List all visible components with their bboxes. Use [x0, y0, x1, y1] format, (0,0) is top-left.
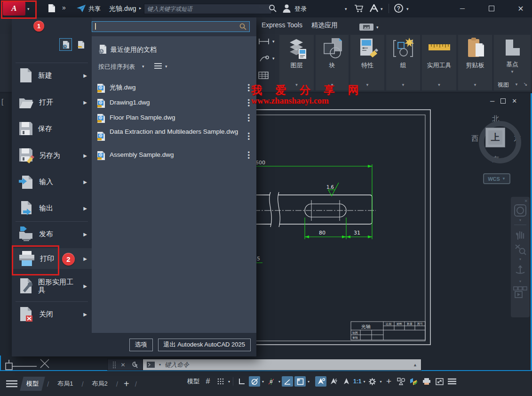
tab-model[interactable]: 模型 [20, 377, 45, 391]
recent-documents-toggle[interactable] [59, 38, 72, 51]
ortho-mode-icon[interactable] [236, 376, 247, 387]
menu-item-new[interactable]: 新建▶ [12, 65, 92, 86]
menu-item-export[interactable]: 输出▶ [12, 198, 92, 218]
plot-printer-icon[interactable] [421, 376, 432, 387]
isolate-objects-icon[interactable] [396, 376, 407, 387]
viewcube[interactable]: 北 西 东 南 上 [472, 115, 521, 166]
tab-featured-apps[interactable]: 精选应用 [311, 21, 338, 30]
panel-expand-icon[interactable]: ▼ [458, 83, 492, 87]
customize-wrench-icon[interactable] [130, 361, 138, 369]
polar-tracking-icon[interactable] [282, 376, 293, 387]
snap-caret-icon[interactable]: ▾ [228, 380, 230, 384]
help-caret-icon[interactable]: ▾ [406, 7, 409, 11]
command-caret-icon[interactable]: ▾ [159, 363, 161, 367]
qat-expand-icon[interactable]: » [62, 4, 66, 11]
share-icon[interactable] [76, 4, 86, 13]
list-view-icon[interactable] [154, 63, 162, 69]
menu-item-drawing-utilities[interactable]: 图形实用工具▶ [12, 274, 92, 298]
sort-caret-icon[interactable]: ▾ [142, 65, 144, 69]
panel-block[interactable]: 块 ▼ [316, 35, 349, 90]
exit-button[interactable]: 退出 Autodesk AutoCAD 2025 [158, 339, 251, 351]
view-panel-label[interactable]: 视图 [498, 81, 509, 89]
view-caret-icon[interactable]: ▼ [515, 82, 518, 87]
panel-properties[interactable]: 特性 ▼ [350, 35, 384, 90]
command-input[interactable]: ▾ 键入命令 ▲ [143, 359, 421, 371]
navigation-wheel-icon[interactable] [514, 204, 526, 217]
menu-item-save[interactable]: 保存 [12, 118, 92, 139]
menu-item-import[interactable]: 输入▶ [12, 171, 92, 192]
menu-item-open[interactable]: 打开▶ [12, 92, 92, 113]
list-view-caret-icon[interactable]: ▾ [165, 65, 167, 69]
autodesk-logo-icon[interactable] [369, 4, 379, 12]
isodraft-caret-icon[interactable]: ▾ [262, 380, 264, 384]
command-grip[interactable]: ✕ [107, 359, 143, 371]
model-space-toggle[interactable]: 模型 [187, 377, 199, 386]
graphics-performance-icon[interactable] [408, 376, 420, 387]
autodesk-caret-icon[interactable]: ▾ [381, 7, 383, 11]
search-icon[interactable] [269, 4, 277, 13]
menu-item-publish[interactable]: 发布▶ [12, 224, 92, 244]
panel-utilities[interactable]: 实用工具 ▼ [422, 35, 456, 90]
workspace-gear-icon[interactable] [366, 376, 378, 387]
maximize-button[interactable] [484, 3, 500, 14]
wcs-dropdown[interactable]: WCS▼ [483, 173, 510, 184]
navbar-close-icon[interactable]: ✕ [524, 199, 528, 203]
sign-in-label[interactable]: 登录 [294, 5, 307, 13]
panel-launcher-icon[interactable]: ↘ [523, 81, 527, 87]
recent-file-floor-plan[interactable]: Floor Plan Sample.dwg ••• [96, 113, 252, 123]
tab-layout1[interactable]: 布局1 [53, 377, 78, 391]
osnap-caret-icon[interactable]: ▾ [278, 380, 280, 384]
pan-icon[interactable] [514, 228, 526, 240]
panel-view[interactable]: 基点 ▼ 视图 ▼ ↘ [494, 35, 531, 90]
user-icon[interactable] [282, 4, 291, 13]
panel-expand-icon[interactable]: ▼ [386, 83, 420, 87]
command-history-caret-icon[interactable]: ▲ [413, 363, 417, 367]
pin-menu-icon[interactable]: ••• [247, 99, 250, 107]
pin-menu-icon[interactable]: ••• [247, 151, 250, 160]
menu-search-input[interactable] [92, 21, 250, 32]
close-button[interactable]: ✕ [513, 3, 529, 14]
zoom-icon[interactable] [514, 243, 526, 255]
sign-in-caret-icon[interactable]: ▾ [345, 7, 347, 11]
isodraft-icon[interactable] [249, 376, 260, 387]
zoom-caret-icon[interactable]: ▾ [519, 257, 521, 261]
move-pan-plus-icon[interactable]: + [383, 376, 394, 387]
wheel-caret-icon[interactable]: ▾ [519, 218, 521, 222]
table-tool-icon[interactable] [258, 72, 269, 79]
layout-menu-icon[interactable] [6, 380, 18, 388]
minimize-button[interactable]: ─ [454, 3, 470, 14]
dimension-tool-icon[interactable] [258, 38, 270, 45]
pin-menu-icon[interactable]: ••• [247, 114, 250, 122]
open-documents-toggle[interactable] [74, 38, 87, 51]
panel-expand-icon[interactable]: ▼ [422, 83, 456, 87]
clean-screen-icon[interactable] [434, 376, 445, 387]
app-store-cart-icon[interactable] [354, 4, 364, 13]
new-drawing-icon[interactable] [48, 4, 56, 13]
showmotion-icon[interactable] [513, 286, 527, 299]
dimension-caret-icon[interactable]: ▾ [272, 40, 275, 44]
new-layout-button[interactable]: + [122, 379, 131, 389]
leader-tool-icon[interactable] [258, 55, 270, 63]
tab-layout2[interactable]: 布局2 [87, 377, 112, 391]
viewcube-west[interactable]: 西 [471, 134, 478, 143]
snap-mode-icon[interactable] [215, 376, 226, 387]
dyninput-caret-icon[interactable]: ▾ [308, 380, 310, 384]
scale-caret-icon[interactable]: ▾ [363, 380, 365, 384]
help-icon[interactable]: ? [394, 4, 403, 13]
annotation-visibility-icon[interactable] [315, 376, 326, 387]
ribbon-toggle-caret-icon[interactable]: ▾ [376, 25, 379, 30]
recent-file-guangzhou[interactable]: 光轴.dwg ••• [96, 83, 252, 93]
leader-caret-icon[interactable]: ▾ [272, 57, 275, 61]
object-snap-tracking-icon[interactable] [265, 376, 277, 387]
share-label[interactable]: 共享 [88, 5, 101, 13]
customization-menu-icon[interactable] [446, 376, 458, 387]
annotation-scale-value[interactable]: 1:1 [353, 378, 361, 385]
menu-item-close[interactable]: 关闭▶ [12, 304, 92, 324]
recent-file-data-extraction[interactable]: Data Extraction and Multileaders Sample.… [96, 128, 252, 141]
orbit-caret-icon[interactable]: ▾ [519, 279, 521, 283]
title-arrow-icon[interactable]: ▸ [139, 6, 142, 10]
recent-file-drawing1[interactable]: Drawing1.dwg ••• [96, 98, 252, 108]
dynamic-input-icon[interactable] [294, 376, 306, 387]
gear-caret-icon[interactable]: ▾ [380, 380, 381, 384]
panel-expand-icon[interactable]: ▼ [494, 70, 531, 74]
